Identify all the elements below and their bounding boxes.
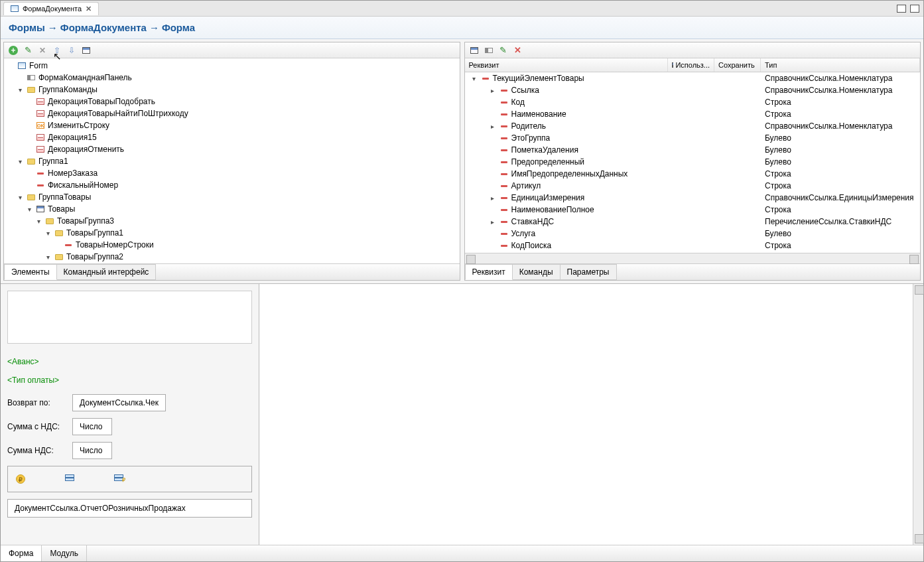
expander-icon[interactable]: ▸ <box>489 123 497 130</box>
expander-icon[interactable]: ▸ <box>489 194 497 202</box>
tree-item[interactable]: ▸OKИзменитьСтроку <box>4 119 460 131</box>
attr-icon <box>501 137 507 139</box>
tree-item[interactable]: ▾Товары <box>4 203 460 215</box>
col-save[interactable]: Сохранить <box>714 58 761 72</box>
tree-item[interactable]: ▾ТоварыГруппа2 <box>4 251 460 263</box>
attr-row[interactable]: ▸ЭтоГруппаБулево <box>465 132 921 144</box>
card-ruble-icon[interactable] <box>114 474 123 481</box>
tree-item[interactable]: ▾ГруппаТовары <box>4 191 460 203</box>
copy-button[interactable] <box>484 45 494 56</box>
sum-nds-field[interactable]: Число <box>72 418 112 435</box>
close-icon[interactable]: ✕ <box>86 5 92 13</box>
tab-commands[interactable]: Команды <box>513 264 561 280</box>
report-field[interactable]: ДокументСсылка.ОтчетОРозничныхПродажах <box>7 499 252 518</box>
attr-name: ПометкаУдаления <box>511 145 578 155</box>
tree-item-label: Form <box>29 61 48 70</box>
tree-item[interactable]: ▸НомерЗаказа <box>4 167 460 179</box>
attr-row[interactable]: ▸ЕдиницаИзмеренияСправочникСсылка.Единиц… <box>465 192 921 204</box>
attr-name: Услуга <box>511 229 536 238</box>
tree-item[interactable]: ▸ФормаКоманднаяПанель <box>4 72 460 84</box>
tab-rekvizit[interactable]: Реквизит <box>465 264 513 280</box>
delete-button[interactable]: ✕ <box>37 45 48 56</box>
card-icon[interactable] <box>65 474 74 481</box>
v-scrollbar[interactable] <box>913 284 923 545</box>
attr-type: Строка <box>761 205 920 214</box>
breadcrumb-part[interactable]: Формы <box>9 22 45 33</box>
tab-parameters[interactable]: Параметры <box>561 264 617 280</box>
tree-item[interactable]: ▸ФискальныйНомер <box>4 179 460 191</box>
attr-name: Предопределенный <box>511 157 585 167</box>
elements-tree[interactable]: ▸Form▸ФормаКоманднаяПанель▾ГруппаКоманды… <box>4 58 460 263</box>
return-field[interactable]: ДокументСсылка.Чек <box>72 394 166 411</box>
breadcrumb-part[interactable]: ФормаДокумента <box>60 22 147 33</box>
tree-item[interactable]: ▾ГруппаКоманды <box>4 84 460 96</box>
expander-icon[interactable]: ▾ <box>44 230 52 237</box>
attr-name: Код <box>511 98 525 107</box>
expander-icon[interactable]: ▾ <box>25 206 33 213</box>
attributes-subtabs: Реквизит Команды Параметры <box>465 263 921 280</box>
attr-row[interactable]: ▸КодСтрока <box>465 96 921 108</box>
expander-icon[interactable]: ▾ <box>34 218 42 225</box>
move-up-button[interactable]: ⇧ <box>52 45 62 56</box>
attr-row[interactable]: ▸НаименованиеСтрока <box>465 108 921 120</box>
move-down-button[interactable]: ⇩ <box>66 45 77 56</box>
ruble-icon[interactable]: ₽ <box>16 474 25 484</box>
tree-item-label: ТоварыГруппа1 <box>66 228 123 238</box>
tree-item[interactable]: ▾Группа1 <box>4 155 460 167</box>
add-button[interactable]: + <box>8 45 19 56</box>
attr-row[interactable]: ▸СтавкаНДСПеречислениеСсылка.СтавкиНДС <box>465 216 921 228</box>
col-type[interactable]: Тип <box>761 58 920 72</box>
tab-form[interactable]: Форма <box>1 545 42 561</box>
delete-attr-button[interactable]: ✕ <box>513 45 523 56</box>
attr-row[interactable]: ▸ИмяПредопределенныхДанныхСтрока <box>465 168 921 180</box>
tree-item[interactable]: ▸Form <box>4 60 460 72</box>
tab-command-interface[interactable]: Командный интерфейс <box>57 264 157 280</box>
tree-item-label: ТоварыГруппа3 <box>57 216 114 226</box>
add-attr-button[interactable] <box>469 45 480 56</box>
attr-row[interactable]: ▾ТекущийЭлементТоварыСправочникСсылка.Но… <box>465 72 921 84</box>
expander-icon[interactable]: ▸ <box>489 218 497 226</box>
tip-oplaty-placeholder[interactable]: <Тип оплаты> <box>7 376 252 385</box>
tree-item[interactable]: ▸ДекорацияТоварыПодобрать <box>4 96 460 107</box>
expander-icon[interactable]: ▾ <box>16 194 24 201</box>
tab-elements[interactable]: Элементы <box>4 264 57 280</box>
attr-row[interactable]: ▸ПредопределенныйБулево <box>465 156 921 168</box>
expander-icon[interactable]: ▾ <box>16 158 24 165</box>
attr-row[interactable]: ▸КодПоискаСтрока <box>465 240 921 251</box>
tree-item[interactable]: ▸ДекорацияТоварыНайтиПоШтрихкоду <box>4 107 460 119</box>
col-name[interactable]: Реквизит <box>465 58 669 72</box>
expander-icon[interactable]: ▾ <box>44 253 52 261</box>
breadcrumb-part[interactable]: Форма <box>162 22 195 33</box>
maximize-button[interactable] <box>910 5 919 13</box>
expander-icon[interactable]: ▾ <box>470 75 478 82</box>
h-scrollbar[interactable] <box>465 253 921 263</box>
expander-icon[interactable]: ▸ <box>489 87 497 94</box>
tree-item[interactable]: ▸ТоварыНомерСтроки <box>4 239 460 251</box>
editor-tab[interactable]: ФормаДокумента ✕ <box>3 2 99 15</box>
edit-button[interactable]: ✎ <box>23 45 33 56</box>
attr-row[interactable]: ▸РодительСправочникСсылка.Номенклатура <box>465 120 921 132</box>
tree-item[interactable]: ▸Декорация15 <box>4 131 460 143</box>
tree-item[interactable]: ▾ТоварыГруппа1 <box>4 227 460 239</box>
tab-module[interactable]: Модуль <box>42 545 87 561</box>
minimize-button[interactable] <box>897 5 906 13</box>
avans-placeholder[interactable]: <Аванс> <box>7 357 252 366</box>
tree-item[interactable]: ▾ТоварыГруппа3 <box>4 215 460 227</box>
form-icon <box>17 60 27 71</box>
attr-name: Ссылка <box>511 86 539 95</box>
tree-item-label: ДекорацияТоварыПодобрать <box>48 97 155 106</box>
expander-icon[interactable]: ▾ <box>16 86 24 94</box>
grid-button[interactable] <box>81 45 92 56</box>
attr-row[interactable]: ▸НаименованиеПолноеСтрока <box>465 204 921 216</box>
attr-row[interactable]: ▸АртикулСтрока <box>465 180 921 192</box>
tree-item-label: НомерЗаказа <box>48 169 98 178</box>
attributes-table[interactable]: ▾ТекущийЭлементТоварыСправочникСсылка.Но… <box>465 72 921 253</box>
folder-icon <box>44 216 55 226</box>
attr-row[interactable]: ▸ПометкаУдаленияБулево <box>465 144 921 156</box>
nds-field[interactable]: Число <box>72 442 112 459</box>
attr-row[interactable]: ▸УслугаБулево <box>465 228 921 240</box>
attr-row[interactable]: ▸СсылкаСправочникСсылка.Номенклатура <box>465 84 921 96</box>
edit-attr-button[interactable]: ✎ <box>498 45 509 56</box>
tree-item[interactable]: ▸ДекорацияОтменить <box>4 143 460 155</box>
col-use[interactable]: Использ... <box>668 58 714 72</box>
